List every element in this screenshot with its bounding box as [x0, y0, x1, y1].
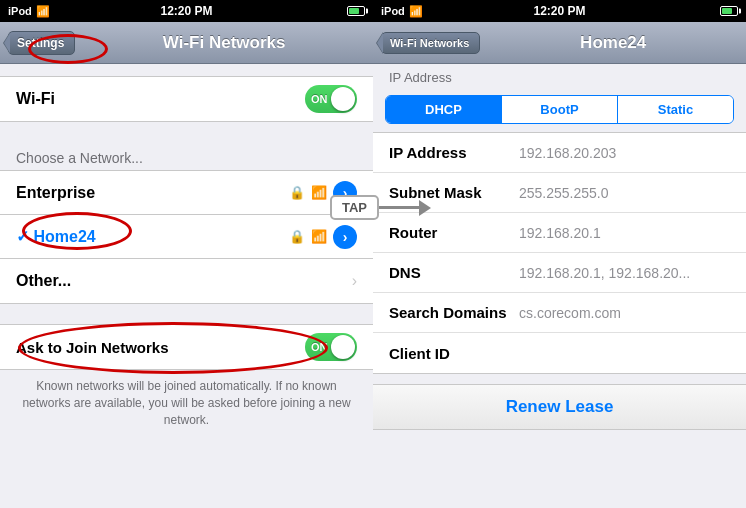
client-id-label: Client ID	[389, 345, 519, 362]
networks-section: Enterprise 🔒 📶 › Home24 🔒 📶 › Other...	[0, 170, 373, 304]
tap-label: TAP	[330, 195, 379, 220]
lock-icon-2: 🔒	[289, 229, 305, 244]
dns-label: DNS	[389, 264, 519, 281]
right-panel: iPod 📶 12:20 PM Wi-Fi Networks Home24 IP…	[373, 0, 746, 508]
left-panel: iPod 📶 12:20 PM Settings Wi-Fi Networks …	[0, 0, 373, 508]
left-status-right	[347, 6, 365, 16]
wifi-signal-icon: 📶	[36, 5, 50, 18]
router-label: Router	[389, 224, 519, 241]
wifi-label: Wi-Fi	[16, 90, 305, 108]
right-status-right	[720, 6, 738, 16]
ask-join-toggle-label: ON	[311, 341, 328, 353]
right-time-label: 12:20 PM	[533, 4, 585, 18]
ip-address-value: 192.168.20.203	[519, 145, 730, 161]
right-nav-title: Home24	[488, 33, 738, 53]
home24-icons: 🔒 📶 ›	[289, 225, 357, 249]
home24-row[interactable]: Home24 🔒 📶 ›	[0, 215, 373, 259]
dns-value: 192.168.20.1, 192.168.20...	[519, 265, 730, 281]
enterprise-label: Enterprise	[16, 184, 289, 202]
right-battery-fill	[722, 8, 732, 14]
renew-lease-button[interactable]: Renew Lease	[373, 384, 746, 430]
ask-join-row: Ask to Join Networks ON	[0, 324, 373, 370]
wifi-section: Wi-Fi ON	[0, 76, 373, 122]
wifi-icon-2: 📶	[311, 229, 327, 244]
left-status-bar: iPod 📶 12:20 PM	[0, 0, 373, 22]
battery-icon	[347, 6, 365, 16]
enterprise-row[interactable]: Enterprise 🔒 📶 ›	[0, 171, 373, 215]
ask-join-toggle[interactable]: ON	[305, 333, 357, 361]
segment-control[interactable]: DHCP BootP Static	[385, 95, 734, 124]
client-id-row: Client ID	[373, 333, 746, 373]
left-status-left: iPod 📶	[8, 5, 50, 18]
right-battery-icon	[720, 6, 738, 16]
search-domains-value: cs.corecom.com	[519, 305, 730, 321]
subnet-mask-value: 255.255.255.0	[519, 185, 730, 201]
left-nav-title: Wi-Fi Networks	[83, 33, 365, 53]
other-label: Other...	[16, 272, 352, 290]
right-status-left: iPod 📶	[381, 5, 423, 18]
search-domains-row: Search Domains cs.corecom.com	[373, 293, 746, 333]
segment-static[interactable]: Static	[618, 96, 733, 123]
toggle-on-label: ON	[311, 93, 328, 105]
search-domains-label: Search Domains	[389, 304, 519, 321]
ask-join-label: Ask to Join Networks	[16, 339, 305, 356]
wifi-row: Wi-Fi ON	[0, 77, 373, 121]
wifi-networks-back-button[interactable]: Wi-Fi Networks	[381, 32, 480, 54]
other-chevron-icon: ›	[352, 272, 357, 290]
dns-row: DNS 192.168.20.1, 192.168.20...	[373, 253, 746, 293]
settings-back-button[interactable]: Settings	[8, 31, 75, 55]
ip-address-label: IP Address	[389, 144, 519, 161]
arrow-body	[379, 206, 419, 209]
home24-detail-btn[interactable]: ›	[333, 225, 357, 249]
home24-label: Home24	[16, 227, 289, 246]
right-device-label: iPod	[381, 5, 405, 17]
segment-bootp[interactable]: BootP	[502, 96, 618, 123]
battery-fill	[349, 8, 359, 14]
router-value: 192.168.20.1	[519, 225, 730, 241]
arrow-head-icon	[419, 200, 431, 216]
toggle-knob	[331, 87, 355, 111]
wifi-toggle[interactable]: ON	[305, 85, 357, 113]
lock-icon: 🔒	[289, 185, 305, 200]
ip-address-row: IP Address 192.168.20.203	[373, 133, 746, 173]
other-row[interactable]: Other... ›	[0, 259, 373, 303]
device-label: iPod	[8, 5, 32, 17]
left-nav-bar: Settings Wi-Fi Networks	[0, 22, 373, 64]
tap-arrow-container: TAP	[330, 195, 431, 220]
left-content: Wi-Fi ON Choose a Network... Enterprise …	[0, 64, 373, 508]
ask-join-toggle-knob	[331, 335, 355, 359]
segment-dhcp[interactable]: DHCP	[386, 96, 502, 123]
wifi-icon: 📶	[311, 185, 327, 200]
time-label: 12:20 PM	[160, 4, 212, 18]
info-text: Known networks will be joined automatica…	[0, 370, 373, 436]
ip-section-header: IP Address	[373, 64, 746, 87]
right-status-bar: iPod 📶 12:20 PM	[373, 0, 746, 22]
choose-network-header: Choose a Network...	[0, 142, 373, 170]
right-nav-bar: Wi-Fi Networks Home24	[373, 22, 746, 64]
ip-table: IP Address 192.168.20.203 Subnet Mask 25…	[373, 132, 746, 374]
right-wifi-icon: 📶	[409, 5, 423, 18]
